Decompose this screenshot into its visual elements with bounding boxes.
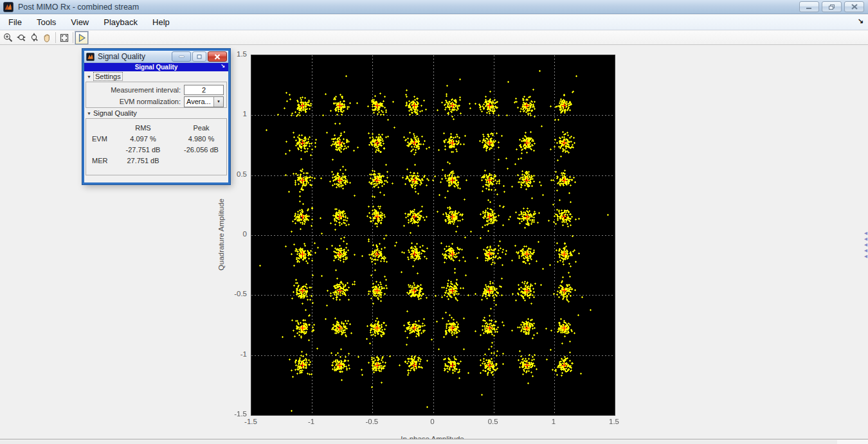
zoom-in-button[interactable] bbox=[2, 31, 15, 44]
zoom-y-icon bbox=[29, 32, 39, 43]
menu-playback[interactable]: Playback bbox=[98, 15, 143, 29]
evm-peak-value: 4.980 % bbox=[173, 134, 230, 145]
x-tick-label: -1.5 bbox=[236, 418, 266, 425]
dialog-close-icon bbox=[214, 54, 221, 60]
settings-section-label: Settings bbox=[93, 72, 123, 81]
x-tick-label: -0.5 bbox=[357, 418, 386, 425]
combo-dropdown-button[interactable]: ▼ bbox=[213, 97, 223, 107]
mer-row-label: MER bbox=[86, 155, 113, 166]
restore-button[interactable] bbox=[822, 1, 842, 12]
dialog-title: Signal Quality bbox=[98, 52, 145, 61]
peak-column-header: Peak bbox=[173, 123, 230, 134]
restore-icon bbox=[828, 4, 835, 10]
quality-section-label: Signal Quality bbox=[93, 109, 137, 117]
table-corner-cell bbox=[86, 123, 113, 134]
quality-section-toggle[interactable]: ▼ Signal Quality bbox=[84, 108, 228, 118]
dialog-minimize-icon bbox=[178, 54, 185, 59]
rms-column-header: RMS bbox=[113, 123, 173, 134]
measurement-interval-input[interactable] bbox=[184, 85, 224, 95]
menu-bar: File Tools View Playback Help ↘ bbox=[0, 15, 868, 30]
dialog-header-title: Signal Quality bbox=[135, 64, 178, 71]
dock-figure-arrow-icon[interactable]: ↘ bbox=[858, 17, 863, 25]
fit-to-view-icon bbox=[59, 33, 69, 43]
evm-rms-value: 4.097 % bbox=[113, 134, 173, 145]
constellation-canvas bbox=[251, 55, 615, 416]
run-play-icon bbox=[77, 33, 87, 43]
dialog-minimize-button[interactable] bbox=[172, 51, 191, 62]
menu-file[interactable]: File bbox=[3, 15, 28, 29]
collapse-arrow-icon: ◀ bbox=[864, 253, 867, 259]
measurement-interval-label: Measurement interval: bbox=[86, 86, 184, 94]
evm-db-row-label bbox=[86, 145, 113, 155]
quality-group: RMS Peak EVM 4.097 % 4.980 % -27.751 dB … bbox=[86, 118, 227, 175]
menu-view[interactable]: View bbox=[65, 15, 95, 29]
toolbar bbox=[0, 31, 868, 45]
pan-hand-icon bbox=[42, 33, 52, 43]
dialog-titlebar[interactable]: Signal Quality bbox=[84, 51, 228, 63]
matlab-app-icon bbox=[3, 2, 14, 12]
quality-table: RMS Peak EVM 4.097 % 4.980 % -27.751 dB … bbox=[86, 123, 226, 166]
menu-help[interactable]: Help bbox=[147, 15, 176, 29]
evm-normalization-select[interactable]: Avera... ▼ bbox=[184, 96, 224, 107]
x-tick-label: 1.5 bbox=[599, 418, 629, 425]
window-title: Post MIMO Rx - combined stream bbox=[18, 3, 139, 12]
collapse-arrow-icon: ◀ bbox=[864, 230, 867, 236]
run-button[interactable] bbox=[75, 31, 88, 44]
evm-normalization-label: EVM normalization: bbox=[86, 98, 184, 105]
collapse-arrow-icon: ◀ bbox=[864, 247, 867, 253]
close-icon bbox=[851, 4, 858, 10]
bottom-status-strip bbox=[0, 439, 868, 444]
menu-tools[interactable]: Tools bbox=[31, 15, 62, 29]
x-tick-label: 0 bbox=[418, 418, 448, 425]
fit-to-view-button[interactable] bbox=[58, 31, 71, 44]
dialog-maximize-button[interactable] bbox=[192, 51, 206, 62]
settings-group: Measurement interval: EVM normalization:… bbox=[86, 82, 227, 108]
x-tick-label: -1 bbox=[296, 418, 326, 425]
section-collapse-icon: ▼ bbox=[87, 111, 91, 116]
section-collapse-icon: ▼ bbox=[87, 75, 91, 79]
dialog-section-header[interactable]: Signal Quality ↘ bbox=[84, 63, 228, 71]
bottom-strip-segment bbox=[837, 440, 868, 444]
matlab-dialog-icon bbox=[86, 53, 95, 61]
settings-section-toggle[interactable]: ▼ Settings bbox=[84, 71, 228, 82]
y-tick-label: -1.5 bbox=[216, 410, 247, 418]
x-tick-label: 1 bbox=[539, 418, 568, 425]
evm-normalization-value: Avera... bbox=[185, 97, 213, 107]
mer-peak-value bbox=[173, 155, 230, 166]
close-button[interactable] bbox=[844, 1, 864, 12]
app-window: Post MIMO Rx - combined stream File Tool… bbox=[0, 0, 868, 444]
mer-rms-value: 27.751 dB bbox=[113, 155, 173, 166]
toolbar-separator bbox=[73, 32, 73, 43]
evm-rms-db-value: -27.751 dB bbox=[113, 145, 173, 155]
zoom-y-button[interactable] bbox=[28, 31, 41, 44]
signal-quality-dialog: Signal Quality Signal Quality ↘ bbox=[82, 49, 230, 184]
window-titlebar: Post MIMO Rx - combined stream bbox=[0, 0, 868, 14]
panel-collapse-handle[interactable]: ◀ ◀ ◀ ◀ ◀ bbox=[864, 230, 867, 259]
minimize-button[interactable] bbox=[799, 1, 819, 12]
dialog-maximize-icon bbox=[196, 54, 203, 60]
constellation-plot: -1.5-1-0.500.511.5 -1.5-1-0.500.511.5 In… bbox=[251, 55, 614, 414]
toolbar-separator bbox=[55, 32, 56, 43]
zoom-x-icon bbox=[16, 33, 27, 43]
collapse-arrow-icon: ◀ bbox=[864, 236, 867, 242]
evm-row-label: EVM bbox=[86, 134, 113, 145]
pan-button[interactable] bbox=[41, 31, 53, 44]
y-tick-label: -0.5 bbox=[216, 290, 247, 297]
y-tick-label: -1 bbox=[216, 350, 247, 358]
x-tick-label: 0.5 bbox=[478, 418, 508, 425]
zoom-x-button[interactable] bbox=[15, 31, 28, 44]
zoom-in-icon bbox=[3, 33, 14, 43]
dialog-header-arrow-icon: ↘ bbox=[221, 63, 225, 69]
evm-peak-db-value: -26.056 dB bbox=[173, 145, 230, 155]
y-axis-label: Quadrature Amplitude bbox=[217, 199, 225, 271]
dialog-close-button[interactable] bbox=[208, 51, 227, 62]
collapse-arrow-icon: ◀ bbox=[864, 242, 867, 247]
minimize-icon bbox=[806, 4, 813, 10]
chevron-down-icon: ▼ bbox=[217, 100, 221, 103]
